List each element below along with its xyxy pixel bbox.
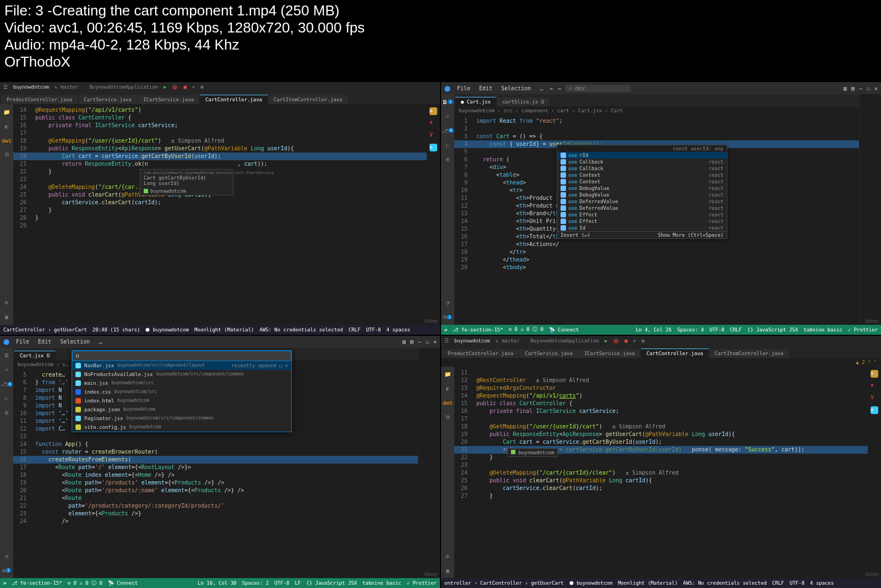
quick-open-palette[interactable]: NavBar.jsx buynowdotcom/src/component/la… xyxy=(72,350,292,432)
minimize-icon[interactable]: — xyxy=(859,85,862,91)
gear-icon[interactable]: ⚙ xyxy=(641,338,644,344)
cursor-pos[interactable]: 20:48 (15 chars) xyxy=(93,327,140,333)
close-icon[interactable]: ✕ xyxy=(874,85,878,91)
debug-icon[interactable]: ▷ xyxy=(443,140,452,149)
close-icon[interactable]: ✕ xyxy=(433,339,437,345)
connect[interactable]: 📡 Connect xyxy=(549,327,579,333)
problems[interactable]: ⊘ 0 ⚠ 0 ⓘ 0 xyxy=(509,326,543,333)
stop-icon[interactable]: ■ xyxy=(183,84,186,90)
menu-selection[interactable]: Selection xyxy=(499,85,533,91)
theme[interactable]: Moonlight (Material) xyxy=(618,580,677,586)
git-branch[interactable]: ↳ master xyxy=(496,338,519,344)
editor-tab[interactable]: CartService.java xyxy=(78,95,138,104)
indent[interactable]: Spaces: 2 xyxy=(242,580,269,586)
terminal-icon[interactable]: ▣ xyxy=(2,313,11,322)
quick-open-item[interactable]: index.css buynowdotcom/src xyxy=(72,388,291,396)
code-line[interactable]: 26 cartService.clearCart(cartId); xyxy=(13,199,427,206)
code-editor[interactable]: 1import React from "react";23const Cart … xyxy=(454,115,859,325)
github-icon[interactable]: ◐ xyxy=(443,384,452,393)
intellisense-item[interactable]: useDebugValuereact xyxy=(557,185,727,192)
menu-edit[interactable]: Edit xyxy=(477,85,494,91)
editor-tab[interactable]: Cart.jsx U xyxy=(14,351,56,360)
ai-icon[interactable]: ◆ xyxy=(429,144,437,151)
minimap[interactable] xyxy=(418,348,440,579)
code-line[interactable]: 20 <tbody> xyxy=(454,264,859,271)
v-icon[interactable]: V xyxy=(429,132,437,139)
structure-icon[interactable]: ⧉ xyxy=(2,150,11,159)
code-line[interactable]: 18 </tr> xyxy=(454,248,859,256)
lang-mode[interactable]: {} JavaScript JSX xyxy=(306,580,357,586)
intellisense-item[interactable]: useDeferredValuereact xyxy=(557,205,727,211)
code-line[interactable]: 24 /> xyxy=(13,518,418,525)
menu-file[interactable]: File xyxy=(14,339,31,345)
db-icon[interactable]: ◆ xyxy=(871,370,878,378)
db-icon[interactable]: ◆ xyxy=(429,107,437,115)
indent[interactable]: 4 spaces xyxy=(387,327,410,333)
code-line[interactable]: 17 <Route path='/' element={<RootLayout … xyxy=(13,464,418,471)
explorer-icon[interactable]: 🗎1 xyxy=(443,97,452,106)
explorer-icon[interactable]: 🗎 xyxy=(2,351,11,360)
quick-open-input[interactable] xyxy=(72,351,291,361)
project-icon[interactable]: 📁 xyxy=(443,370,452,379)
structure-icon[interactable]: ⧉ xyxy=(443,413,452,422)
code-line[interactable]: 26 cartService.clearCart(cartId); xyxy=(454,484,868,492)
git-status[interactable]: ⬢ buynowdotcom xyxy=(145,327,188,333)
code-line[interactable]: 21 <Route xyxy=(13,494,418,502)
cursor-pos[interactable]: Ln 4, Col 26 xyxy=(636,327,672,333)
menu-edit[interactable]: Edit xyxy=(36,339,53,345)
layout-icon[interactable]: ▥ xyxy=(844,85,847,91)
code-line[interactable]: 3const Cart = () => { xyxy=(454,133,859,140)
code-line[interactable]: 18 @GetMapping("/user/{userId}/cart") ± … xyxy=(454,423,868,431)
code-line[interactable]: 15public class CartController { xyxy=(13,114,427,122)
code-line[interactable]: 29 xyxy=(13,222,427,230)
nav-back-icon[interactable]: ← xyxy=(550,85,553,91)
debug-icon[interactable]: 🐞 xyxy=(613,338,619,344)
encoding[interactable]: UTF-8 xyxy=(790,580,804,586)
minimize-icon[interactable]: — xyxy=(418,339,421,345)
breadcrumb-status[interactable]: CartController › getUserCart xyxy=(3,327,87,333)
quick-open-item[interactable]: Paginator.jsx buynowdotcom/src/component… xyxy=(72,414,291,423)
code-line[interactable]: 27 } xyxy=(454,492,868,500)
code-line[interactable]: 21 return ResponseEntity.ok(n , cart)); xyxy=(13,160,427,168)
code-line[interactable]: 18 @GetMapping("/user/{userId}/cart") ± … xyxy=(13,137,427,145)
aws-icon[interactable]: aws xyxy=(2,136,11,145)
menu-more[interactable]: … xyxy=(537,85,545,91)
code-line[interactable]: 19 public ResponseEntity<ApiResponse> ge… xyxy=(13,145,427,153)
quick-open-item[interactable]: NoProductsAvailable.jsx buynowdotcom/src… xyxy=(72,370,291,379)
code-line[interactable]: 13@RequiredArgsConstructor xyxy=(454,384,868,392)
run-icon[interactable]: ▶ xyxy=(164,84,166,90)
code-line[interactable]: 20 <Route path='/products/:name' element… xyxy=(13,487,418,494)
code-line[interactable]: 16 private final ICartService cartServic… xyxy=(13,122,427,129)
encoding[interactable]: UTF-8 xyxy=(274,580,289,586)
code-line[interactable]: 28} xyxy=(13,214,427,222)
quick-open-item[interactable]: vite.config.js buynowdotcom xyxy=(72,423,291,432)
intellisense-item[interactable]: useCallbackreact xyxy=(557,159,727,165)
editor-tab[interactable]: ICartService.java xyxy=(138,95,200,104)
maximize-icon[interactable]: ☐ xyxy=(867,85,870,91)
breadcrumb[interactable]: buynowdotcom › src › component › cart › … xyxy=(454,106,859,115)
problems[interactable]: ⊘ 0 ⚠ 0 ⓘ 0 xyxy=(68,580,102,587)
code-line[interactable]: 24 @DeleteMapping("/cart/{cartId}/clear"… xyxy=(454,469,868,477)
search-icon[interactable]: ⌕ xyxy=(2,366,11,374)
terminal-icon[interactable]: ▣ xyxy=(443,566,452,575)
github-icon[interactable]: ◐ xyxy=(2,122,11,130)
hamburger-icon[interactable]: ☰ xyxy=(444,338,449,344)
search-icon[interactable]: ⌕ xyxy=(633,338,636,344)
quick-open-item[interactable]: NavBar.jsx buynowdotcom/src/component/la… xyxy=(72,361,291,370)
gear-icon[interactable]: ⚙1 xyxy=(443,313,452,322)
branch[interactable]: ⎇ fe-section-15* xyxy=(453,327,503,333)
warnings-badge[interactable]: ▲ 2 ⌃ ˅ xyxy=(856,360,877,365)
lang-mode[interactable]: {} JavaScript JSX xyxy=(747,327,798,333)
code-line[interactable]: 23 xyxy=(454,461,868,469)
code-line[interactable]: 20 Cart cart = cartService.getCartByUser… xyxy=(454,438,868,446)
aws-icon[interactable]: aws xyxy=(443,399,452,407)
extensions-icon[interactable]: ⊞ xyxy=(443,155,452,164)
search-icon[interactable]: ⌕ xyxy=(443,112,452,121)
code-line[interactable]: 19 <Route path='/products' element={<Pro… xyxy=(13,479,418,487)
editor-tab[interactable]: CartItemController.java xyxy=(268,95,349,104)
code-line[interactable]: 1import React from "react"; xyxy=(454,117,859,125)
cursor-pos[interactable]: Ln 16, Col 30 xyxy=(198,580,236,586)
bell-icon[interactable]: ♠ xyxy=(429,119,437,127)
code-line[interactable]: 15 const router = createBrowserRouter( xyxy=(13,448,418,456)
code-line[interactable]: 14@RequestMapping("/api/v1/carts") xyxy=(13,106,427,114)
